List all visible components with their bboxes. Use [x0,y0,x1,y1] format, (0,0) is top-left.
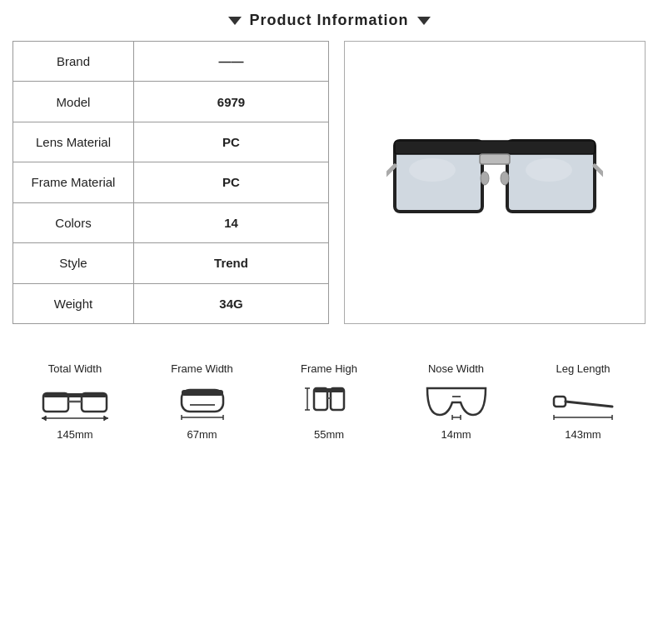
table-row: Weight34G [13,283,329,323]
measure-value: 55mm [314,428,344,441]
svg-rect-27 [314,388,344,392]
table-value: —— [134,42,329,82]
measure-value: 14mm [441,428,471,441]
table-label: Lens Material [13,122,134,162]
svg-point-7 [526,158,572,182]
triangle-right-icon [417,17,431,25]
table-value: Trend [134,243,329,283]
table-label: Model [13,82,134,122]
table-value: 6979 [134,82,329,122]
table-value: PC [134,162,329,202]
measure-label: Frame Width [171,362,232,375]
table-label: Weight [13,283,134,323]
svg-point-6 [409,158,456,182]
svg-point-8 [481,172,489,185]
table-value: PC [134,122,329,162]
product-info-table: Brand——Model6979Lens MaterialPCFrame Mat… [12,41,329,324]
measure-label: Nose Width [428,362,484,375]
total-width-icon [42,382,108,422]
leg-length-icon [550,382,616,422]
measure-value: 143mm [565,428,601,441]
svg-rect-2 [395,141,595,154]
table-label: Style [13,243,134,283]
svg-rect-3 [480,154,510,164]
nose-width-icon [423,382,490,422]
product-image-box [344,41,646,324]
page-title: Product Information [250,12,409,29]
triangle-left-icon [228,17,242,25]
measure-item-total-width: Total Width 145mm [29,362,121,441]
measure-label: Leg Length [556,362,610,375]
table-label: Brand [13,42,134,82]
table-row: Brand—— [13,42,329,82]
measure-label: Total Width [48,362,102,375]
measure-item-frame-high: Frame High 55mm [283,362,375,441]
frame-high-icon [296,382,362,422]
measure-item-leg-length: Leg Length 143mm [537,362,629,441]
measure-item-frame-width: Frame Width 67mm [157,362,248,441]
svg-rect-12 [43,393,107,397]
table-row: Colors14 [13,202,329,242]
svg-line-37 [566,402,612,407]
table-row: Frame MaterialPC [13,162,329,202]
page-header: Product Information [0,0,658,41]
table-row: Model6979 [13,82,329,122]
svg-rect-36 [554,397,566,407]
main-content: Brand——Model6979Lens MaterialPCFrame Mat… [12,41,646,339]
table-label: Colors [13,202,134,242]
table-value: 34G [134,283,329,323]
table-row: Lens MaterialPC [13,122,329,162]
table-row: StyleTrend [13,243,329,283]
measure-value: 67mm [187,428,217,441]
svg-rect-20 [182,390,223,396]
product-image [386,116,603,249]
measure-item-nose-width: Nose Width 14mm [411,362,502,441]
table-value: 14 [134,202,329,242]
measurements-section: Total Width 145mmFrame Width 67mmFrame H… [12,339,646,449]
table-label: Frame Material [13,162,134,202]
measure-value: 145mm [57,428,92,441]
measure-label: Frame High [301,362,357,375]
frame-width-icon [169,382,236,422]
svg-point-9 [501,172,509,185]
